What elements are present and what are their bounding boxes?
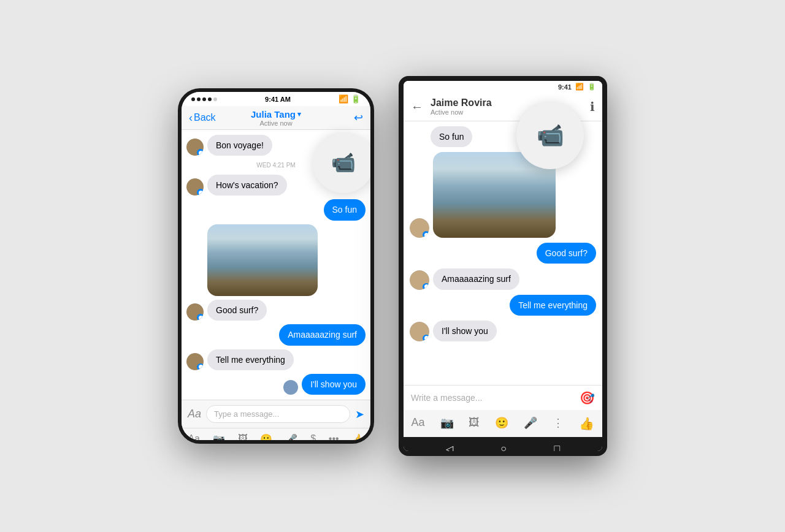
android-messages-list: So fun Good surf? Amaaaaazing surf [404,121,602,385]
messenger-badge [197,189,204,196]
dropdown-arrow-icon: ▾ [297,110,301,118]
table-row: Amaaaaazing surf [186,324,366,345]
gallery-icon[interactable]: 🖼 [469,416,480,431]
more-icon[interactable]: ⋮ [553,416,564,431]
payment-icon[interactable]: $ [310,433,316,444]
like-icon[interactable]: 👍 [352,433,364,444]
android-back-nav-icon[interactable]: ◁ [446,443,453,455]
font-size-icon[interactable]: Aa [188,433,200,444]
android-phone: 9:41 📶 🔋 ← Jaime Rovira Active now ℹ 📹 S… [399,76,607,456]
messenger-badge [197,314,204,321]
android-status-time: 9:41 [558,83,572,91]
ios-signal-dots [191,97,217,101]
message-bubble: Bon voyage! [207,135,272,156]
ios-nav-bar: ‹ Back Julia Tang ▾ Active now ↩ 📹 [182,106,370,130]
battery-icon: 🔋 [588,83,596,91]
shared-image[interactable] [207,224,318,297]
android-home-icon[interactable]: ○ [500,443,507,455]
phone-icon[interactable]: ↩ [354,111,363,124]
messenger-badge [423,335,429,341]
sent-avatar [283,380,298,395]
table-row: I'll show you [410,321,596,341]
ios-video-bubble[interactable]: 📹 [313,132,374,193]
font-icon[interactable]: Aa [188,408,201,420]
message-bubble: Good surf? [207,300,267,321]
wifi-icon: 📶 [339,94,348,104]
ios-status-icons: 📶 🔋 [339,94,361,104]
android-back-button[interactable]: ← [411,100,423,114]
back-button[interactable]: ‹ Back [189,112,216,124]
info-icon[interactable]: ℹ [590,99,595,114]
ios-nav-actions: ↩ [354,111,363,124]
avatar [186,303,204,321]
messenger-badge [197,149,204,156]
android-recents-icon[interactable]: □ [554,443,561,455]
send-button[interactable]: ➤ [355,408,364,421]
android-toolbar: Aa 📷 🖼 🙂 🎤 ⋮ 👍 [404,410,602,437]
font-size-icon[interactable]: Aa [411,416,424,431]
emoji-icon[interactable]: 🙂 [260,433,272,444]
messenger-badge [423,283,429,290]
android-home-bar: ◁ ○ □ [404,437,602,456]
avatar [186,139,204,156]
ios-status-bar: 9:41 AM 📶 🔋 [182,92,370,106]
messenger-badge [423,231,429,238]
avatar [410,270,429,290]
message-bubble: Amaaaaazing surf [433,268,519,289]
message-bubble: Tell me everything [207,349,294,370]
more-icon[interactable]: ••• [329,433,339,444]
android-video-bubble[interactable]: 📹 [516,102,584,169]
location-icon[interactable]: 🎯 [580,390,595,405]
mic-icon[interactable]: 🎤 [285,433,297,444]
ios-status-time: 9:41 AM [265,96,291,103]
table-row: Good surf? [410,243,596,264]
video-camera-icon[interactable]: 📹 [331,151,356,174]
emoji-icon[interactable]: 🙂 [495,416,508,431]
ios-nav-center: Julia Tang ▾ Active now [251,109,301,127]
camera-icon[interactable]: 📷 [213,433,225,444]
signal-icon: 📶 [575,83,584,91]
message-bubble: I'll show you [302,374,366,395]
table-row: Good surf? [186,300,366,321]
table-row: Tell me everything [410,295,596,316]
contact-status: Active now [251,120,301,127]
android-nav-actions: ℹ [590,99,595,114]
camera-icon[interactable]: 📷 [440,416,454,431]
android-input-bar: Write a message... 🎯 [404,385,602,410]
android-nav-bar: ← Jaime Rovira Active now ℹ 📹 [404,93,602,121]
video-camera-icon[interactable]: 📹 [537,123,564,148]
back-label[interactable]: Back [194,112,216,123]
table-row [410,152,596,238]
avatar [186,178,204,196]
ios-message-input[interactable]: Type a message... [206,405,350,423]
mic-icon[interactable]: 🎤 [524,416,537,431]
input-placeholder: Type a message... [214,409,279,419]
message-bubble: Amaaaaazing surf [279,324,366,345]
chevron-left-icon: ‹ [189,112,193,124]
ios-input-bar: Aa Type a message... ➤ [182,400,370,428]
table-row: So fun [186,199,366,220]
avatar [410,218,429,238]
gallery-icon[interactable]: 🖼 [238,433,248,444]
android-message-input[interactable]: Write a message... [411,393,575,403]
contact-name[interactable]: Julia Tang ▾ [251,109,301,120]
message-bubble: So fun [324,199,366,220]
like-button[interactable]: 👍 [579,416,594,431]
ios-toolbar: Aa 📷 🖼 🙂 🎤 $ ••• 👍 [182,428,370,444]
messenger-badge [197,363,204,370]
message-bubble: How's vacation? [207,175,287,196]
message-bubble: I'll show you [433,321,497,341]
avatar [186,353,204,370]
message-bubble: So fun [431,126,472,147]
message-bubble: Tell me everything [510,295,596,316]
ios-phone: 9:41 AM 📶 🔋 ‹ Back Julia Tang ▾ Active n… [178,88,374,444]
android-status-bar: 9:41 📶 🔋 [404,81,602,93]
message-bubble: Good surf? [537,243,596,264]
table-row: Tell me everything [186,349,366,370]
table-row: Amaaaaazing surf [410,268,596,289]
battery-icon: 🔋 [351,94,361,104]
android-input-placeholder: Write a message... [411,393,482,403]
table-row: I'll show you [186,374,366,395]
avatar [410,322,429,341]
